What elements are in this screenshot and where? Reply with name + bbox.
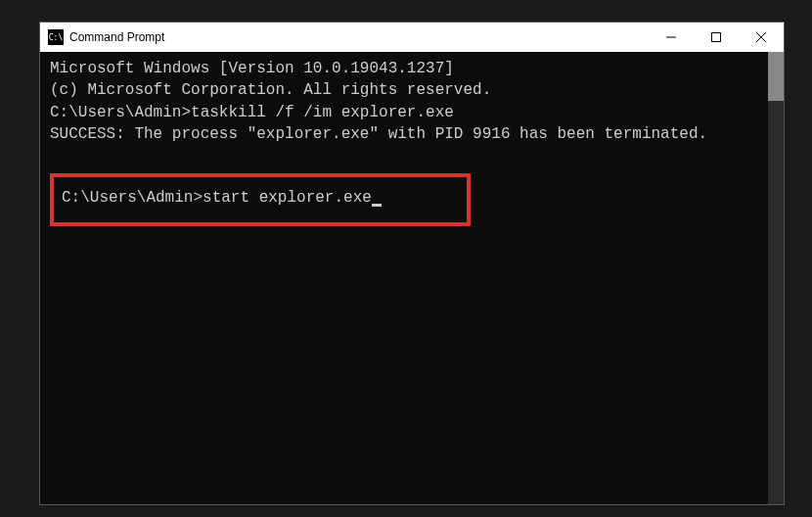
copyright-line: (c) Microsoft Corporation. All rights re… bbox=[50, 79, 758, 101]
current-command: start explorer.exe bbox=[203, 189, 372, 207]
blank-line bbox=[50, 146, 758, 167]
app-icon: C:\ bbox=[48, 29, 64, 45]
output-line-1: SUCCESS: The process "explorer.exe" with… bbox=[50, 123, 758, 145]
version-line: Microsoft Windows [Version 10.0.19043.12… bbox=[50, 58, 758, 79]
maximize-button[interactable] bbox=[694, 23, 739, 52]
window-title: Command Prompt bbox=[69, 30, 649, 44]
close-button[interactable] bbox=[739, 23, 784, 52]
minimize-button[interactable] bbox=[649, 23, 694, 52]
window-controls bbox=[649, 23, 784, 52]
vertical-scrollbar[interactable] bbox=[768, 52, 784, 504]
svg-rect-1 bbox=[712, 33, 721, 42]
titlebar: C:\ Command Prompt bbox=[40, 23, 784, 52]
terminal-output[interactable]: Microsoft Windows [Version 10.0.19043.12… bbox=[40, 52, 768, 504]
prompt-prefix: C:\Users\Admin> bbox=[62, 189, 203, 207]
cursor-icon bbox=[372, 204, 382, 207]
highlighted-command: C:\Users\Admin>start explorer.exe bbox=[50, 173, 471, 226]
command-line-1: C:\Users\Admin>taskkill /f /im explorer.… bbox=[50, 102, 758, 123]
terminal-container: Microsoft Windows [Version 10.0.19043.12… bbox=[40, 52, 784, 504]
scrollbar-thumb[interactable] bbox=[768, 52, 784, 101]
command-prompt-window: C:\ Command Prompt Microsoft Windows [Ve… bbox=[39, 22, 785, 505]
